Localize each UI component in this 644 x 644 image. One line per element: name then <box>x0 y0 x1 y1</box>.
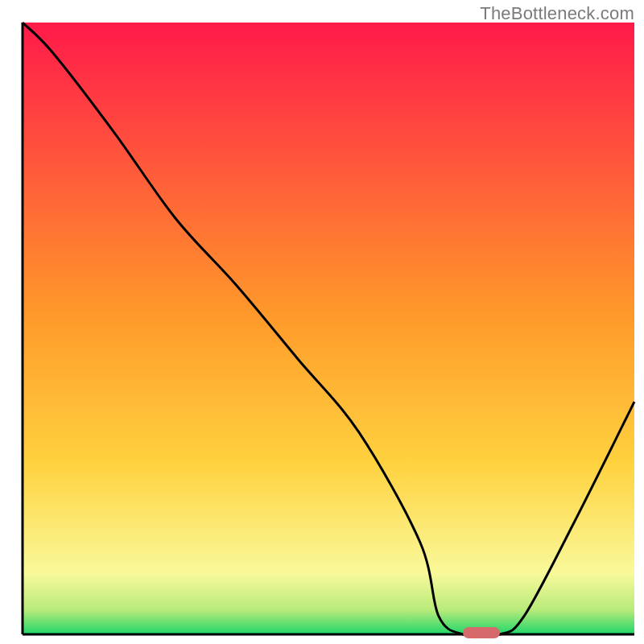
watermark-text: TheBottleneck.com <box>480 3 634 24</box>
bottleneck-chart <box>0 0 644 644</box>
chart-container: TheBottleneck.com <box>0 0 644 644</box>
plot-background <box>23 23 634 634</box>
min-marker <box>463 627 500 638</box>
